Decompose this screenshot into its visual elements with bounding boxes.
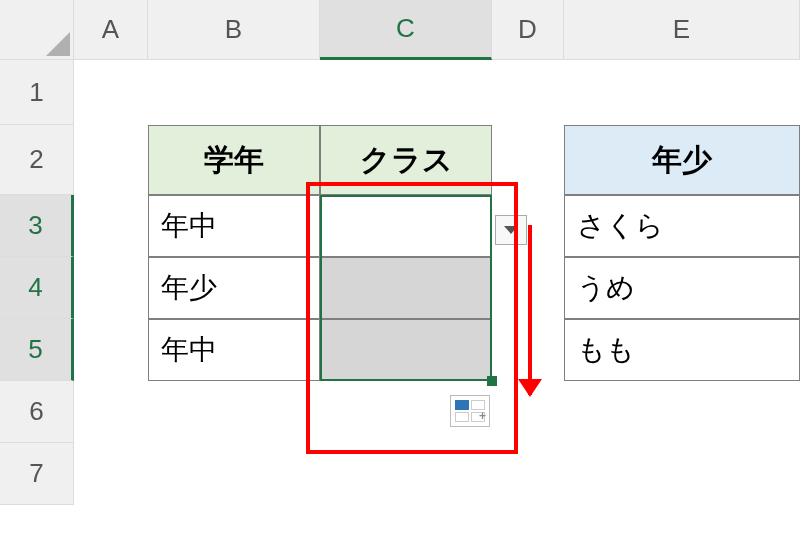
col-header-E[interactable]: E	[564, 0, 800, 60]
cell-A7[interactable]	[74, 443, 148, 505]
row-header-7[interactable]: 7	[0, 443, 74, 505]
cell-B5[interactable]: 年中	[148, 319, 320, 381]
select-all-corner[interactable]	[0, 0, 74, 60]
cell-A5[interactable]	[74, 319, 148, 381]
cell-D4[interactable]	[492, 257, 564, 319]
cell-E6[interactable]	[564, 381, 800, 443]
cell-E7[interactable]	[564, 443, 800, 505]
row-header-5[interactable]: 5	[0, 319, 74, 381]
cell-C3[interactable]	[320, 195, 492, 257]
cell-E1[interactable]	[564, 60, 800, 125]
cell-B7[interactable]	[148, 443, 320, 505]
data-validation-dropdown[interactable]	[495, 215, 527, 245]
cell-A1[interactable]	[74, 60, 148, 125]
cell-D2[interactable]	[492, 125, 564, 195]
cell-A3[interactable]	[74, 195, 148, 257]
spreadsheet-grid: A B C D E 1 2 学年 クラス 年少 3 年中 さくら 4 年少 うめ…	[0, 0, 800, 505]
col-header-A[interactable]: A	[74, 0, 148, 60]
cell-D1[interactable]	[492, 60, 564, 125]
cell-C7[interactable]	[320, 443, 492, 505]
row-header-3[interactable]: 3	[0, 195, 74, 257]
autofill-options-button[interactable]: +	[450, 395, 490, 427]
row-header-6[interactable]: 6	[0, 381, 74, 443]
col-header-D[interactable]: D	[492, 0, 564, 60]
row-header-1[interactable]: 1	[0, 60, 74, 125]
cell-D6[interactable]	[492, 381, 564, 443]
row-header-4[interactable]: 4	[0, 257, 74, 319]
cell-B1[interactable]	[148, 60, 320, 125]
cell-B3[interactable]: 年中	[148, 195, 320, 257]
cell-A2[interactable]	[74, 125, 148, 195]
cell-C1[interactable]	[320, 60, 492, 125]
table-header-class[interactable]: クラス	[320, 125, 492, 195]
table-header-grade[interactable]: 学年	[148, 125, 320, 195]
cell-D5[interactable]	[492, 319, 564, 381]
row-header-2[interactable]: 2	[0, 125, 74, 195]
cell-E3[interactable]: さくら	[564, 195, 800, 257]
cell-A4[interactable]	[74, 257, 148, 319]
cell-B4[interactable]: 年少	[148, 257, 320, 319]
col-header-B[interactable]: B	[148, 0, 320, 60]
cell-D7[interactable]	[492, 443, 564, 505]
cell-A6[interactable]	[74, 381, 148, 443]
fill-handle[interactable]	[487, 376, 497, 386]
cell-B6[interactable]	[148, 381, 320, 443]
cell-E5[interactable]: もも	[564, 319, 800, 381]
cell-E4[interactable]: うめ	[564, 257, 800, 319]
col-header-C[interactable]: C	[320, 0, 492, 60]
cell-C5[interactable]	[320, 319, 492, 381]
table-header-youngest[interactable]: 年少	[564, 125, 800, 195]
cell-C4[interactable]	[320, 257, 492, 319]
